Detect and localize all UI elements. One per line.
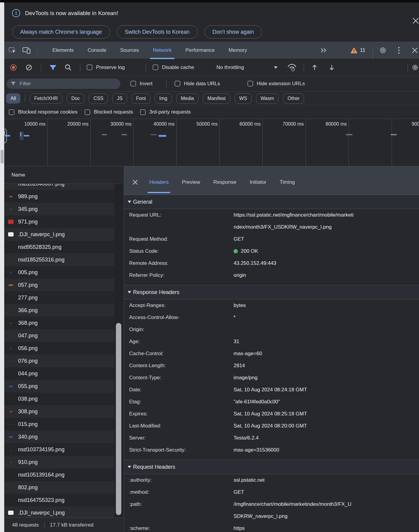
details-tab-timing[interactable]: Timing: [280, 179, 295, 185]
section-header[interactable]: Response Headers: [124, 285, 419, 299]
banner-close-icon[interactable]: [411, 16, 419, 25]
request-row[interactable]: ~802.png: [4, 481, 123, 494]
chip-doc[interactable]: Doc: [67, 93, 84, 104]
tab-sources[interactable]: Sources: [115, 42, 144, 59]
chip-fetch-xhr[interactable]: Fetch/XHR: [30, 93, 62, 104]
request-row[interactable]: OBS340.png: [4, 430, 123, 443]
request-row[interactable]: TB<989.png: [4, 190, 123, 203]
preserve-log-checkbox[interactable]: Preserve log: [87, 64, 125, 70]
chevron-down-icon[interactable]: [274, 66, 278, 68]
page-scrollbar[interactable]: [1, 150, 4, 164]
requests-scrollbar-thumb[interactable]: [116, 323, 121, 515]
request-row[interactable]: ≡015.png: [4, 418, 123, 430]
divider: [44, 522, 45, 528]
warning-badge[interactable]: 11: [350, 42, 365, 59]
disable-cache-checkbox[interactable]: Disable cache: [153, 64, 194, 70]
clear-icon[interactable]: [25, 64, 33, 71]
request-row[interactable]: ▪nsd103734195.png: [4, 443, 123, 456]
record-button[interactable]: [10, 64, 17, 70]
request-row[interactable]: ···nsd105139164.png: [4, 468, 123, 481]
chip-img[interactable]: Img: [155, 93, 172, 104]
device-toolbar-icon[interactable]: [23, 47, 31, 54]
header-value: *: [234, 311, 236, 324]
filter-input[interactable]: [20, 81, 104, 87]
chip-other[interactable]: Other: [283, 93, 304, 104]
details-tab-preview[interactable]: Preview: [182, 179, 200, 185]
invert-checkbox[interactable]: Invert: [130, 81, 153, 87]
timeline-activity-bar: [24, 135, 29, 136]
inspect-element-icon[interactable]: [8, 47, 17, 54]
request-row[interactable]: ···910.png: [4, 456, 123, 468]
request-row[interactable]: 971.png: [4, 215, 123, 228]
filter-input-pill[interactable]: [7, 79, 120, 89]
request-row[interactable]: ≡076.png: [4, 355, 123, 367]
request-row[interactable]: MBN057.png: [4, 279, 123, 291]
request-row[interactable]: ·277.png: [4, 291, 123, 304]
timeline-overview[interactable]: 10000 ms20000 ms30000 ms40000 ms50000 ms…: [4, 119, 419, 166]
request-row[interactable]: ~.DJI_naverpc_l.png: [4, 506, 123, 518]
section-header[interactable]: General: [124, 195, 419, 209]
disclosure-triangle-icon: [128, 291, 131, 293]
request-row[interactable]: NN308.png: [4, 405, 123, 418]
chip-all[interactable]: All: [6, 93, 20, 104]
throttling-dropdown[interactable]: No throttling: [216, 64, 244, 70]
chip-manifest[interactable]: Manifest: [203, 93, 230, 104]
hide-extension-urls-checkbox[interactable]: Hide extension URLs: [247, 81, 305, 87]
header-key: Request URL:: [129, 209, 198, 221]
filter-icon[interactable]: [49, 64, 57, 71]
chip-media[interactable]: Media: [176, 93, 199, 104]
request-row[interactable]: SBS055.png: [4, 380, 123, 393]
banner-button-1[interactable]: Switch DevTools to Korean: [117, 25, 198, 39]
tab-elements[interactable]: Elements: [48, 42, 79, 59]
details-tab-headers[interactable]: Headers: [149, 179, 169, 185]
chip-wasm[interactable]: Wasm: [256, 93, 279, 104]
request-row[interactable]: :::345.png: [4, 203, 123, 215]
header-entry: Status Code:200 OK: [124, 245, 419, 257]
header-key: Remote Address:: [129, 257, 198, 269]
network-settings-gear-icon[interactable]: [411, 64, 419, 71]
tab-memory[interactable]: Memory: [224, 42, 252, 59]
more-options-icon[interactable]: [397, 42, 400, 59]
request-row[interactable]: nsd102040007.png: [4, 184, 123, 190]
tab-console[interactable]: Console: [83, 42, 111, 59]
tab-network[interactable]: Network: [148, 42, 176, 59]
header-value: 2814: [234, 360, 245, 372]
chip-css[interactable]: CSS: [89, 93, 108, 104]
request-row[interactable]: ~.DJI_naverpc_l.png: [4, 228, 123, 241]
request-row[interactable]: ~366.png: [4, 304, 123, 317]
details-tab-initiator[interactable]: Initiator: [250, 179, 266, 185]
request-row[interactable]: :::005.png: [4, 266, 123, 279]
chip-js[interactable]: JS: [112, 93, 127, 104]
chip-font[interactable]: Font: [132, 93, 150, 104]
request-row[interactable]: ▪044.png: [4, 367, 123, 380]
request-row[interactable]: ●056.png: [4, 342, 123, 355]
settings-gear-icon[interactable]: [379, 42, 387, 59]
tab-performance[interactable]: Performance: [181, 42, 219, 59]
close-details-icon[interactable]: [132, 179, 138, 186]
chip-ws[interactable]: WS: [235, 93, 252, 104]
checkbox-3rd-party-requests[interactable]: 3rd-party requests: [140, 109, 191, 115]
request-row[interactable]: ·nsd95528325.png: [4, 241, 123, 253]
search-icon[interactable]: [64, 64, 72, 71]
header-value: origin: [234, 269, 246, 281]
request-row[interactable]: ≡038.png: [4, 393, 123, 405]
banner-button-0[interactable]: Always match Chrome's language: [12, 25, 110, 39]
hide-data-urls-checkbox[interactable]: Hide data URLs: [175, 81, 220, 87]
network-conditions-icon[interactable]: [287, 63, 297, 72]
name-column-header[interactable]: Name: [4, 166, 123, 184]
timeline-tick: 70000 ms: [262, 121, 304, 127]
request-row[interactable]: ~~047.png: [4, 329, 123, 342]
section-header[interactable]: Request Headers: [124, 460, 419, 474]
export-har-icon[interactable]: [328, 64, 335, 71]
request-row[interactable]: ····368.png: [4, 317, 123, 329]
checkbox-blocked-response-cookies[interactable]: Blocked response cookies: [9, 109, 78, 115]
import-har-icon[interactable]: [311, 64, 318, 71]
request-row[interactable]: ···nsd185255316.png: [4, 253, 123, 266]
banner-button-2[interactable]: Don't show again: [204, 25, 262, 39]
devtools-close-icon[interactable]: [411, 42, 418, 59]
more-tabs-icon[interactable]: [320, 42, 328, 59]
checkbox-blocked-requests[interactable]: Blocked requests: [85, 109, 133, 115]
details-tab-response[interactable]: Response: [213, 179, 237, 185]
header-value: https://ssl.pstatic.net/imgfinance/chart…: [234, 209, 354, 233]
request-row[interactable]: ···nsd164755323.png: [4, 494, 123, 506]
